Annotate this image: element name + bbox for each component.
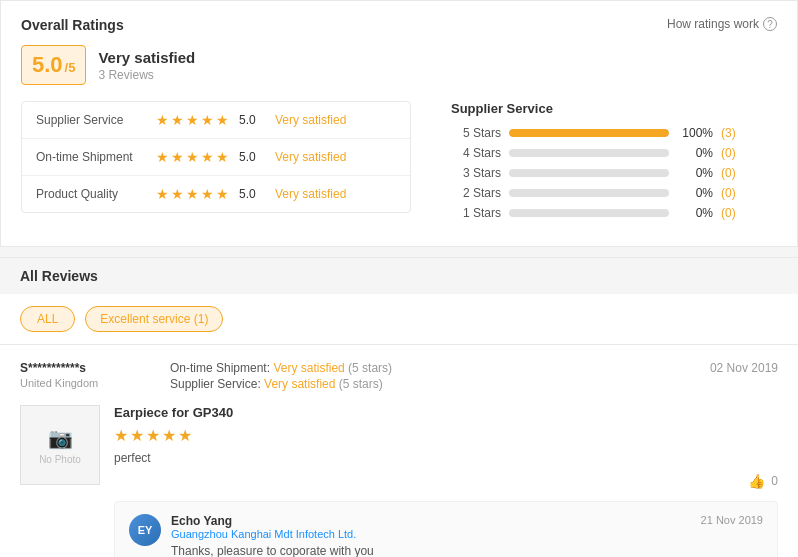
review-details: On-time Shipment: Very satisfied (5 star… — [170, 361, 680, 393]
reply-header: Echo Yang Guangzhou Kanghai Mdt Infotech… — [171, 514, 763, 540]
chart-bar-label: 5 Stars — [451, 126, 501, 140]
review-date: 02 Nov 2019 — [710, 361, 778, 393]
no-photo-label: No Photo — [39, 454, 81, 465]
chart-rows: 5 Stars 100% (3) 4 Stars 0% (0) 3 Stars … — [451, 126, 777, 220]
reply-block: EY Echo Yang Guangzhou Kanghai Mdt Infot… — [114, 501, 778, 557]
ratings-table: Supplier Service ★ ★ ★ ★ ★ 5.0 Very sati… — [21, 101, 411, 213]
star: ★ — [201, 186, 214, 202]
review-meta: S***********s United Kingdom On-time Shi… — [20, 361, 778, 393]
supplier-chart-section: Supplier Service 5 Stars 100% (3) 4 Star… — [451, 101, 777, 226]
filter-bar: ALL Excellent service (1) — [0, 294, 798, 345]
review-actions: 👍 0 — [114, 473, 778, 489]
chart-bar-count: (0) — [721, 206, 751, 220]
star: ★ — [171, 149, 184, 165]
page-container: How ratings work ? Overall Ratings 5.0 /… — [0, 0, 798, 557]
chart-bar-pct: 0% — [677, 206, 713, 220]
image-icon: 📷 — [48, 426, 73, 450]
star: ★ — [201, 149, 214, 165]
stars-display: ★ ★ ★ ★ ★ — [156, 186, 229, 202]
chart-bar-pct: 0% — [677, 166, 713, 180]
overall-ratings-title: Overall Ratings — [21, 17, 777, 33]
chart-bar-row: 4 Stars 0% (0) — [451, 146, 777, 160]
reviewer-name: S***********s — [20, 361, 140, 375]
star: ★ — [201, 112, 214, 128]
chart-bar-pct: 100% — [677, 126, 713, 140]
chart-bar-bg — [509, 149, 669, 157]
product-name: Earpiece for GP340 — [114, 405, 778, 420]
review-body: 📷 No Photo Earpiece for GP340 ★ ★ ★ ★ ★ … — [20, 405, 778, 557]
star: ★ — [186, 112, 199, 128]
review-item: S***********s United Kingdom On-time Shi… — [0, 345, 798, 557]
table-row: On-time Shipment ★ ★ ★ ★ ★ 5.0 Very sati… — [22, 139, 410, 176]
filter-all-button[interactable]: ALL — [20, 306, 75, 332]
row-label: Supplier Service — [36, 113, 156, 127]
chart-bar-fill — [509, 129, 669, 137]
like-count: 0 — [771, 474, 778, 488]
product-star: ★ — [162, 426, 176, 445]
chart-bar-label: 2 Stars — [451, 186, 501, 200]
how-ratings-work-label: How ratings work — [667, 17, 759, 31]
star: ★ — [186, 186, 199, 202]
score-suffix: /5 — [65, 60, 76, 75]
chart-bar-row: 5 Stars 100% (3) — [451, 126, 777, 140]
product-star: ★ — [114, 426, 128, 445]
overall-top: Supplier Service ★ ★ ★ ★ ★ 5.0 Very sati… — [21, 101, 777, 226]
row-score: 5.0 — [239, 113, 267, 127]
chart-bar-count: (3) — [721, 126, 751, 140]
product-star: ★ — [178, 426, 192, 445]
how-ratings-work-link[interactable]: How ratings work ? — [667, 17, 777, 31]
star: ★ — [216, 186, 229, 202]
chart-bar-row: 1 Stars 0% (0) — [451, 206, 777, 220]
score-block: 5.0 /5 Very satisfied 3 Reviews — [21, 45, 777, 85]
no-photo-box: 📷 No Photo — [20, 405, 100, 485]
star: ★ — [171, 112, 184, 128]
chart-bar-row: 2 Stars 0% (0) — [451, 186, 777, 200]
like-button[interactable]: 👍 0 — [748, 473, 778, 489]
reply-date: 21 Nov 2019 — [701, 514, 763, 526]
chart-bar-row: 3 Stars 0% (0) — [451, 166, 777, 180]
chart-bar-pct: 0% — [677, 186, 713, 200]
stars-display: ★ ★ ★ ★ ★ — [156, 149, 229, 165]
filter-excellent-tag[interactable]: Excellent service (1) — [85, 306, 223, 332]
table-row: Product Quality ★ ★ ★ ★ ★ 5.0 Very satis… — [22, 176, 410, 212]
chart-bar-label: 4 Stars — [451, 146, 501, 160]
overall-ratings-section: How ratings work ? Overall Ratings 5.0 /… — [0, 0, 798, 247]
all-reviews-title: All Reviews — [20, 268, 98, 284]
score-value: 5.0 — [32, 52, 63, 78]
reply-author-name: Echo Yang — [171, 514, 356, 528]
meta-supplier-sub: (5 stars) — [339, 377, 383, 391]
meta-shipment-key: On-time Shipment: — [170, 361, 273, 375]
reply-content: Echo Yang Guangzhou Kanghai Mdt Infotech… — [171, 514, 763, 557]
row-satisfied: Very satisfied — [275, 187, 346, 201]
meta-shipment-sub: (5 stars) — [348, 361, 392, 375]
meta-shipment-val: Very satisfied — [273, 361, 348, 375]
meta-supplier-key: Supplier Service: — [170, 377, 264, 391]
meta-supplier-val: Very satisfied — [264, 377, 339, 391]
product-star: ★ — [130, 426, 144, 445]
star: ★ — [216, 149, 229, 165]
thumbs-up-icon: 👍 — [748, 473, 765, 489]
chart-bar-bg — [509, 169, 669, 177]
star: ★ — [171, 186, 184, 202]
star: ★ — [156, 149, 169, 165]
reply-avatar: EY — [129, 514, 161, 546]
all-reviews-header: All Reviews — [0, 257, 798, 294]
chart-bar-count: (0) — [721, 146, 751, 160]
review-content: Earpiece for GP340 ★ ★ ★ ★ ★ perfect 👍 0 — [114, 405, 778, 557]
reviews-count: 3 Reviews — [98, 68, 195, 82]
meta-shipment: On-time Shipment: Very satisfied (5 star… — [170, 361, 680, 375]
star: ★ — [156, 186, 169, 202]
chart-bar-bg — [509, 129, 669, 137]
row-score: 5.0 — [239, 150, 267, 164]
row-satisfied: Very satisfied — [275, 113, 346, 127]
star: ★ — [156, 112, 169, 128]
review-text: perfect — [114, 451, 778, 465]
chart-bar-label: 3 Stars — [451, 166, 501, 180]
chart-bar-bg — [509, 189, 669, 197]
chart-bar-pct: 0% — [677, 146, 713, 160]
meta-supplier: Supplier Service: Very satisfied (5 star… — [170, 377, 680, 391]
reply-author-company: Guangzhou Kanghai Mdt Infotech Ltd. — [171, 528, 356, 540]
stars-display: ★ ★ ★ ★ ★ — [156, 112, 229, 128]
row-label: Product Quality — [36, 187, 156, 201]
score-label: Very satisfied — [98, 49, 195, 66]
